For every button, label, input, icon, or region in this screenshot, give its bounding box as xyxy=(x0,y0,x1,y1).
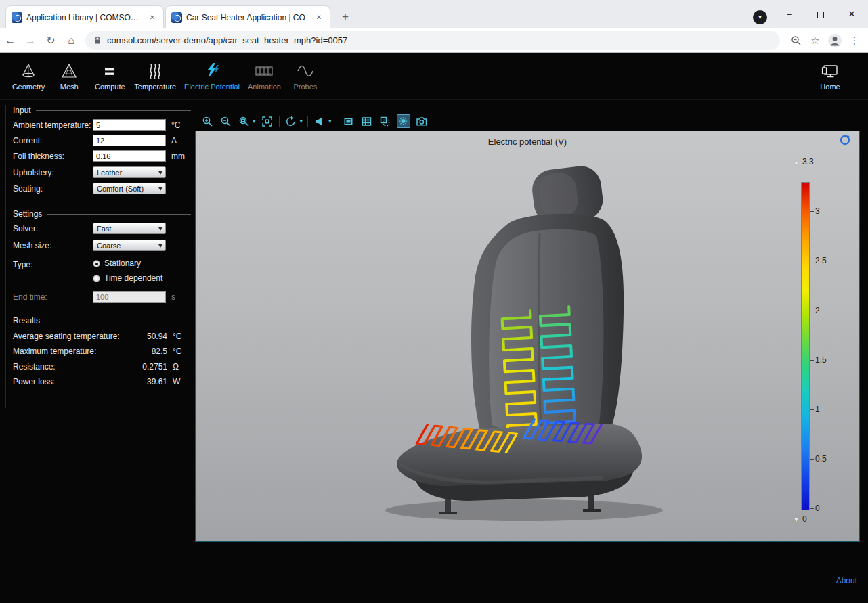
legend-tick: 2.5 xyxy=(815,256,827,265)
tab-close-icon[interactable]: ✕ xyxy=(313,12,324,23)
ribbon-probes[interactable]: Probes xyxy=(285,62,326,91)
minimize-button[interactable]: – xyxy=(774,4,805,24)
new-tab-button[interactable]: + xyxy=(337,9,353,26)
profile-avatar[interactable] xyxy=(825,33,845,48)
ribbon-compute-label: Compute xyxy=(95,83,125,91)
lock-icon xyxy=(93,36,102,45)
color-legend: ▲ 3.3 3 2.5 2 1.5 1 0.5 0 ▼ 0 xyxy=(801,157,855,536)
zoom-out-button[interactable] xyxy=(219,114,232,128)
radio-checked-icon xyxy=(93,260,100,267)
radio-time-dependent[interactable]: Time dependent xyxy=(93,273,166,284)
tab-application-library[interactable]: Application Library | COMSOL Se ✕ xyxy=(5,5,164,28)
seating-select[interactable]: Comfort (Soft) xyxy=(93,183,166,194)
chevron-down-icon xyxy=(158,187,162,191)
type-stationary-row: Type: Stationary xyxy=(13,258,194,271)
zoom-box-caret[interactable]: ▾ xyxy=(253,118,256,125)
ribbon-geometry[interactable]: Geometry xyxy=(8,62,49,91)
ribbon-temperature[interactable]: Temperature xyxy=(130,62,180,91)
car-seat-3d-model[interactable] xyxy=(365,158,690,524)
zoom-box-button[interactable] xyxy=(237,114,251,128)
section-header-settings: Settings xyxy=(13,209,191,219)
legend-min-value: 0 xyxy=(802,514,807,524)
browser-home-button[interactable]: ⌂ xyxy=(61,35,81,47)
zoom-in-button[interactable] xyxy=(200,114,214,128)
result-max-temp: Maximum temperature: 82.5 °C xyxy=(13,345,194,357)
default-view-button[interactable] xyxy=(313,114,326,128)
ribbon-animation-label: Animation xyxy=(248,83,281,91)
graphics-toolbar: ▾ ▾ ▾ xyxy=(195,112,860,131)
result-value: 39.61 xyxy=(93,377,167,386)
zoom-extents-button[interactable] xyxy=(261,114,274,128)
tab-search-button[interactable]: ▾ xyxy=(753,10,767,24)
toolbar-separator xyxy=(279,116,280,127)
solver-label: Solver: xyxy=(13,224,38,233)
reload-button[interactable]: ↻ xyxy=(41,34,61,47)
ribbon-compute[interactable]: Compute xyxy=(89,62,130,91)
url-field[interactable]: comsol.com/server-demo/app/car_seat_heat… xyxy=(85,31,780,50)
zoom-indicator-icon[interactable] xyxy=(787,35,806,46)
ambient-temperature-input[interactable] xyxy=(93,119,166,131)
tab-close-icon[interactable]: ✕ xyxy=(147,12,158,23)
grid-button[interactable] xyxy=(360,114,374,128)
rotate-caret[interactable]: ▾ xyxy=(300,118,303,125)
end-time-input xyxy=(93,291,166,303)
current-input[interactable] xyxy=(93,135,166,146)
mesh-size-row: Mesh size: Coarse xyxy=(13,239,194,252)
chevron-down-icon xyxy=(158,244,162,248)
temperature-icon xyxy=(146,62,164,80)
scene-button[interactable] xyxy=(342,114,355,128)
ribbon-electric-potential[interactable]: Electric Potential xyxy=(180,62,244,91)
about-link[interactable]: About xyxy=(836,576,857,585)
default-view-caret[interactable]: ▾ xyxy=(328,118,332,125)
current-unit: A xyxy=(171,136,177,146)
browser-menu-icon[interactable]: ⋮ xyxy=(845,35,864,47)
ambient-temperature-row: Ambient temperature: °C xyxy=(13,118,194,132)
upholstery-select[interactable]: Leather xyxy=(93,166,166,178)
radio-stationary-label: Stationary xyxy=(104,259,141,268)
section-header-input: Input xyxy=(13,106,191,115)
upholstery-row: Upholstery: Leather xyxy=(13,166,194,179)
window-close-button[interactable]: ✕ xyxy=(836,4,867,24)
plot-title: Electric potential (V) xyxy=(196,137,859,147)
section-header-results: Results xyxy=(13,316,191,326)
chevron-down-icon xyxy=(158,227,162,231)
ribbon-home[interactable]: Home xyxy=(810,62,850,91)
legend-tick: 1 xyxy=(815,405,820,414)
probes-icon xyxy=(297,62,314,80)
ribbon-home-label: Home xyxy=(820,83,840,91)
upholstery-label: Upholstery: xyxy=(13,168,54,177)
foil-thickness-input[interactable] xyxy=(93,150,166,162)
legend-max-value: 3.3 xyxy=(802,157,814,166)
comsol-app: Geometry Mesh Compute xyxy=(0,53,868,603)
legend-tick: 0.5 xyxy=(815,454,827,464)
rotate-button[interactable] xyxy=(284,114,298,128)
foil-thickness-label: Foil thickness: xyxy=(13,152,64,161)
radio-stationary[interactable]: Stationary xyxy=(93,259,166,269)
maximize-button[interactable] xyxy=(805,4,836,24)
toolbar-separator xyxy=(307,116,308,127)
solver-row: Solver: Fast xyxy=(13,222,194,236)
mesh-size-select[interactable]: Coarse xyxy=(93,240,166,251)
solver-select[interactable]: Fast xyxy=(93,223,166,234)
scene-light-button[interactable] xyxy=(397,114,410,128)
plot-canvas[interactable]: Electric potential (V) xyxy=(195,131,860,542)
transparency-button[interactable] xyxy=(378,114,392,128)
back-button[interactable]: ← xyxy=(0,35,20,47)
compute-icon xyxy=(101,62,118,80)
tab-title: Application Library | COMSOL Se xyxy=(26,13,143,22)
ribbon-mesh[interactable]: Mesh xyxy=(49,62,89,91)
bookmark-star-icon[interactable]: ☆ xyxy=(806,35,825,47)
ribbon-temperature-label: Temperature xyxy=(134,83,176,91)
app-ribbon: Geometry Mesh Compute xyxy=(0,53,868,100)
result-value: 50.94 xyxy=(93,332,167,341)
input-sidebar: Input Ambient temperature: °C Current: A… xyxy=(5,105,194,408)
result-unit: °C xyxy=(173,332,181,341)
ribbon-animation[interactable]: Animation xyxy=(244,62,285,91)
radio-time-dependent-label: Time dependent xyxy=(104,273,162,283)
ambient-temperature-unit: °C xyxy=(171,120,180,130)
result-resistance: Resistance: 0.2751 Ω xyxy=(13,361,194,373)
tab-car-seat-heater[interactable]: Car Seat Heater Application | CO ✕ xyxy=(165,5,330,28)
snapshot-button[interactable] xyxy=(415,114,429,128)
forward-button[interactable]: → xyxy=(20,35,41,47)
legend-tick: 0 xyxy=(815,504,820,513)
